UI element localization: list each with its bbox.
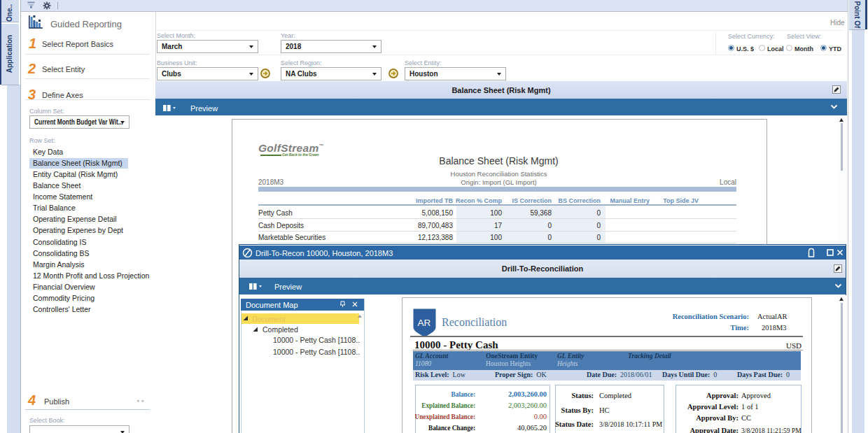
svg-text:AR: AR: [418, 318, 431, 328]
